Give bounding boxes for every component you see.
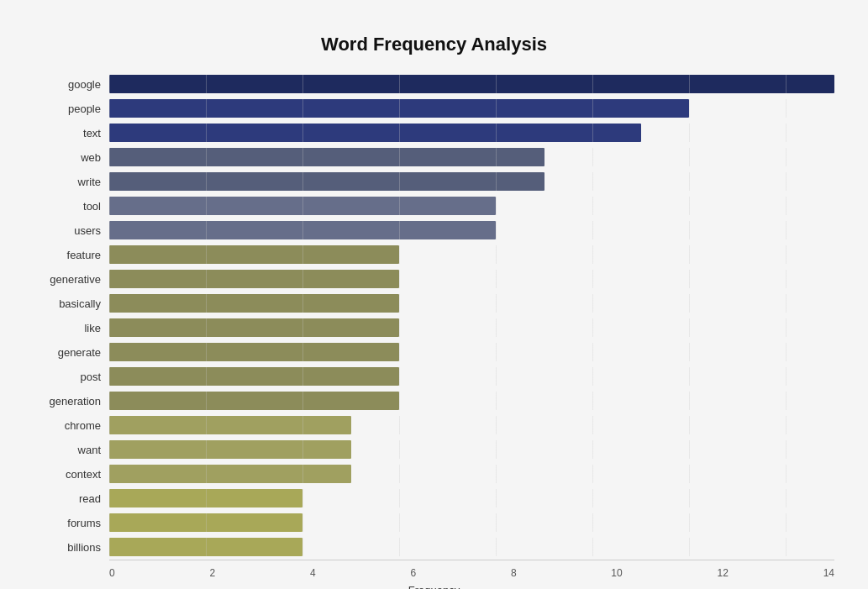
bar-track bbox=[109, 440, 834, 459]
bar-row: google bbox=[34, 72, 834, 96]
bar-track bbox=[109, 392, 834, 410]
bar-fill bbox=[109, 172, 544, 191]
bar-track bbox=[109, 538, 834, 556]
bar-row: like bbox=[34, 316, 834, 339]
bar-row: basically bbox=[34, 292, 834, 315]
bar-fill bbox=[109, 440, 351, 459]
bar-track bbox=[109, 148, 834, 166]
bar-track bbox=[109, 367, 834, 386]
bar-row: write bbox=[34, 170, 834, 193]
bar-track bbox=[109, 270, 834, 288]
bar-fill bbox=[109, 367, 399, 386]
bar-row: post bbox=[34, 365, 834, 388]
bar-fill bbox=[109, 416, 351, 434]
bar-row: want bbox=[34, 438, 834, 461]
bar-label: basically bbox=[34, 297, 109, 310]
bar-label: read bbox=[34, 492, 109, 505]
bar-track bbox=[109, 416, 834, 434]
bar-track bbox=[109, 245, 834, 264]
x-tick-label: 2 bbox=[209, 567, 215, 579]
bar-label: generate bbox=[34, 346, 109, 359]
bar-track bbox=[109, 172, 834, 191]
bar-fill bbox=[109, 343, 399, 361]
bar-row: users bbox=[34, 218, 834, 242]
bar-row: text bbox=[34, 121, 834, 145]
bar-track bbox=[109, 221, 834, 239]
bar-label: forums bbox=[34, 517, 109, 529]
bar-label: feature bbox=[34, 249, 109, 261]
bar-fill bbox=[109, 294, 399, 313]
x-tick-label: 6 bbox=[410, 567, 416, 579]
bar-row: web bbox=[34, 145, 834, 169]
x-tick-label: 14 bbox=[823, 567, 834, 579]
bar-fill bbox=[109, 148, 544, 166]
bar-fill bbox=[109, 245, 399, 264]
bar-fill bbox=[109, 75, 834, 93]
bar-fill bbox=[109, 465, 351, 483]
bar-row: context bbox=[34, 462, 834, 486]
bar-row: forums bbox=[34, 511, 834, 534]
x-axis-title: Frequency bbox=[34, 584, 834, 589]
bar-track bbox=[109, 489, 834, 507]
bar-row: tool bbox=[34, 194, 834, 218]
bar-fill bbox=[109, 99, 689, 118]
bar-row: generative bbox=[34, 267, 834, 291]
bar-label: google bbox=[34, 78, 109, 91]
x-tick-label: 8 bbox=[511, 567, 517, 579]
bar-track bbox=[109, 513, 834, 532]
chart-container: Word Frequency Analysis googlepeopletext… bbox=[17, 17, 851, 589]
bar-label: generation bbox=[34, 395, 109, 408]
bar-label: users bbox=[34, 224, 109, 237]
bar-track bbox=[109, 465, 834, 483]
bar-track bbox=[109, 124, 834, 142]
bar-label: write bbox=[34, 176, 109, 188]
bar-label: context bbox=[34, 468, 109, 481]
bar-label: billions bbox=[34, 541, 109, 554]
bar-fill bbox=[109, 392, 399, 410]
bar-track bbox=[109, 197, 834, 215]
x-axis-line bbox=[109, 560, 834, 560]
x-axis: 02468101214 bbox=[34, 567, 834, 579]
x-tick-label: 0 bbox=[109, 567, 115, 579]
bar-row: chrome bbox=[34, 413, 834, 437]
x-axis-labels: 02468101214 bbox=[109, 567, 834, 579]
bar-row: people bbox=[34, 97, 834, 120]
bar-label: text bbox=[34, 127, 109, 139]
bar-label: generative bbox=[34, 273, 109, 286]
bar-fill bbox=[109, 513, 302, 532]
bar-row: generation bbox=[34, 389, 834, 413]
bar-fill bbox=[109, 270, 399, 288]
bar-label: people bbox=[34, 103, 109, 115]
bar-fill bbox=[109, 489, 302, 507]
bar-fill bbox=[109, 221, 496, 239]
bar-track bbox=[109, 318, 834, 337]
bar-row: generate bbox=[34, 340, 834, 364]
bar-fill bbox=[109, 124, 641, 142]
bar-track bbox=[109, 294, 834, 313]
bar-row: billions bbox=[34, 535, 834, 559]
x-tick-label: 10 bbox=[611, 567, 622, 579]
bar-fill bbox=[109, 318, 399, 337]
bar-label: post bbox=[34, 371, 109, 383]
bar-track bbox=[109, 75, 834, 93]
x-tick-label: 4 bbox=[310, 567, 316, 579]
bar-track bbox=[109, 343, 834, 361]
bar-label: like bbox=[34, 322, 109, 334]
bar-label: tool bbox=[34, 200, 109, 213]
bar-fill bbox=[109, 538, 302, 556]
chart-area: googlepeopletextwebwritetoolusersfeature… bbox=[34, 72, 834, 560]
bar-label: chrome bbox=[34, 419, 109, 432]
bar-track bbox=[109, 99, 834, 118]
bar-label: want bbox=[34, 444, 109, 456]
bar-row: read bbox=[34, 486, 834, 510]
bar-fill bbox=[109, 197, 496, 215]
bar-row: feature bbox=[34, 243, 834, 266]
bar-label: web bbox=[34, 151, 109, 164]
chart-title: Word Frequency Analysis bbox=[34, 34, 834, 55]
x-tick-label: 12 bbox=[717, 567, 728, 579]
